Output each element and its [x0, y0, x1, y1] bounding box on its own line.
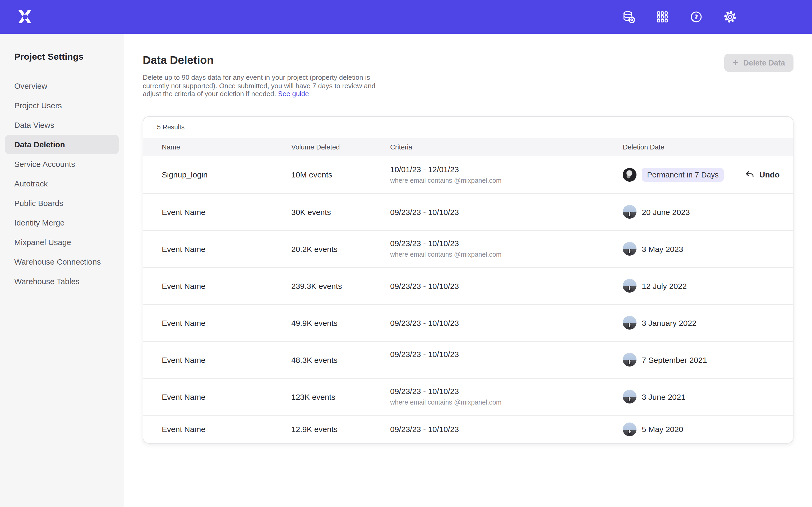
top-bar-actions: ? — [622, 10, 737, 24]
sidebar-item-project-users[interactable]: Project Users — [5, 96, 119, 115]
row-criteria-filter: where email contains @mixpanel.com — [390, 399, 623, 407]
deletion-table-card: 5 Results Name Volume Deleted Criteria D… — [143, 116, 794, 444]
row-criteria-range: 09/23/23 - 10/10/23 — [390, 350, 623, 359]
row-volume: 12.9K events — [291, 425, 390, 434]
row-criteria-filter — [390, 362, 623, 370]
see-guide-link[interactable]: See guide — [278, 90, 309, 98]
sidebar-item-mixpanel-usage[interactable]: Mixpanel Usage — [5, 232, 119, 252]
user-avatar — [623, 316, 637, 330]
row-criteria-filter: where email contains @mixpanel.com — [390, 251, 623, 259]
row-deletion-cell: Permanent in 7 Days Undo — [623, 168, 793, 182]
page-description: Delete up to 90 days data for any event … — [143, 73, 382, 98]
column-header-deletion-date: Deletion Date — [623, 143, 793, 151]
delete-data-button-label: Delete Data — [743, 59, 785, 67]
deletion-date: 5 May 2020 — [642, 425, 683, 434]
row-name: Event Name — [162, 208, 291, 217]
permanent-in-days-badge: Permanent in 7 Days — [642, 168, 724, 182]
sidebar-item-warehouse-connections[interactable]: Warehouse Connections — [5, 252, 119, 272]
row-name: Event Name — [162, 319, 291, 327]
help-icon[interactable]: ? — [689, 10, 703, 24]
column-header-volume: Volume Deleted — [291, 143, 390, 151]
user-avatar — [623, 242, 637, 256]
row-criteria: 09/23/23 - 10/10/23 — [390, 319, 623, 327]
sidebar: Project Settings OverviewProject UsersDa… — [0, 34, 124, 507]
deletion-date: 12 July 2022 — [642, 281, 687, 290]
row-name: Event Name — [162, 425, 291, 434]
user-avatar — [623, 353, 637, 367]
sidebar-item-public-boards[interactable]: Public Boards — [5, 193, 119, 213]
table-row: Event Name 239.3K events 09/23/23 - 10/1… — [143, 267, 793, 304]
sidebar-item-data-views[interactable]: Data Views — [5, 115, 119, 135]
sidebar-item-service-accounts[interactable]: Service Accounts — [5, 154, 119, 174]
plus-icon: + — [733, 57, 739, 67]
row-criteria-range: 09/23/23 - 10/10/23 — [390, 387, 623, 396]
sidebar-nav: OverviewProject UsersData ViewsData Dele… — [0, 76, 124, 291]
table-row: Event Name 49.9K events 09/23/23 - 10/10… — [143, 304, 793, 341]
row-criteria: 09/23/23 - 10/10/23 — [390, 281, 623, 290]
sidebar-item-warehouse-tables[interactable]: Warehouse Tables — [5, 272, 119, 291]
row-deletion-cell: 3 June 2021 — [623, 390, 793, 404]
row-criteria: 09/23/23 - 10/10/23 where email contains… — [390, 239, 623, 259]
apps-grid-icon[interactable] — [656, 10, 669, 24]
deletion-date: 3 January 2022 — [642, 319, 697, 327]
sidebar-item-overview[interactable]: Overview — [5, 76, 119, 96]
row-volume: 48.3K events — [291, 355, 390, 364]
sidebar-title: Project Settings — [14, 52, 124, 62]
undo-label: Undo — [759, 170, 780, 179]
user-avatar — [623, 422, 637, 436]
page-description-text: Delete up to 90 days data for any event … — [143, 73, 375, 98]
sidebar-item-autotrack[interactable]: Autotrack — [5, 174, 119, 193]
undo-icon — [745, 170, 755, 180]
table-row: Event Name 20.2K events 09/23/23 - 10/10… — [143, 230, 793, 267]
page-title: Data Deletion — [143, 54, 382, 66]
row-criteria: 09/23/23 - 10/10/23 — [390, 350, 623, 370]
row-criteria-range: 10/01/23 - 12/01/23 — [390, 165, 623, 174]
table-row: Event Name 123K events 09/23/23 - 10/10/… — [143, 378, 793, 415]
delete-data-button[interactable]: + Delete Data — [724, 54, 794, 72]
database-gear-icon[interactable] — [622, 10, 636, 24]
table-row: Event Name 48.3K events 09/23/23 - 10/10… — [143, 341, 793, 378]
row-deletion-cell: 3 May 2023 — [623, 242, 793, 256]
deletion-date: 7 September 2021 — [642, 355, 707, 364]
row-criteria-range: 09/23/23 - 10/10/23 — [390, 281, 623, 290]
user-avatar — [623, 279, 637, 293]
column-header-criteria: Criteria — [390, 143, 623, 151]
row-volume: 30K events — [291, 208, 390, 217]
row-criteria-range: 09/23/23 - 10/10/23 — [390, 239, 623, 248]
row-deletion-cell: 3 January 2022 — [623, 316, 793, 330]
settings-gear-icon[interactable] — [723, 10, 737, 24]
table-row: Signup_login 10M events 10/01/23 - 12/01… — [143, 156, 793, 193]
row-deletion-cell: 5 May 2020 — [623, 422, 793, 436]
table-row: Event Name 12.9K events 09/23/23 - 10/10… — [143, 415, 793, 443]
sidebar-item-data-deletion[interactable]: Data Deletion — [5, 135, 119, 154]
deletion-date: 20 June 2023 — [642, 208, 690, 217]
row-criteria-range: 09/23/23 - 10/10/23 — [390, 425, 623, 434]
row-criteria: 09/23/23 - 10/10/23 — [390, 425, 623, 434]
app-window: X — [0, 0, 812, 507]
column-header-name: Name — [162, 143, 291, 151]
deletion-date: 3 May 2023 — [642, 244, 683, 253]
table-header-row: Name Volume Deleted Criteria Deletion Da… — [143, 138, 793, 156]
undo-button[interactable]: Undo — [745, 170, 780, 180]
svg-text:?: ? — [694, 13, 698, 21]
row-name: Event Name — [162, 355, 291, 364]
row-volume: 20.2K events — [291, 244, 390, 253]
row-criteria: 09/23/23 - 10/10/23 — [390, 208, 623, 217]
row-volume: 10M events — [291, 170, 390, 179]
user-avatar — [623, 205, 637, 219]
row-name: Event Name — [162, 281, 291, 290]
row-name: Event Name — [162, 244, 291, 253]
table-row: Event Name 30K events 09/23/23 - 10/10/2… — [143, 193, 793, 230]
mixpanel-logo[interactable]: X — [16, 8, 34, 26]
row-name: Event Name — [162, 392, 291, 401]
sidebar-item-identity-merge[interactable]: Identity Merge — [5, 213, 119, 232]
row-volume: 123K events — [291, 392, 390, 401]
row-deletion-cell: 12 July 2022 — [623, 279, 793, 293]
row-criteria-range: 09/23/23 - 10/10/23 — [390, 319, 623, 327]
user-avatar — [623, 168, 637, 182]
row-name: Signup_login — [162, 170, 291, 179]
top-bar: X — [0, 0, 812, 34]
user-avatar — [623, 390, 637, 404]
results-count: 5 Results — [143, 117, 793, 138]
main-content: Data Deletion Delete up to 90 days data … — [124, 34, 812, 444]
